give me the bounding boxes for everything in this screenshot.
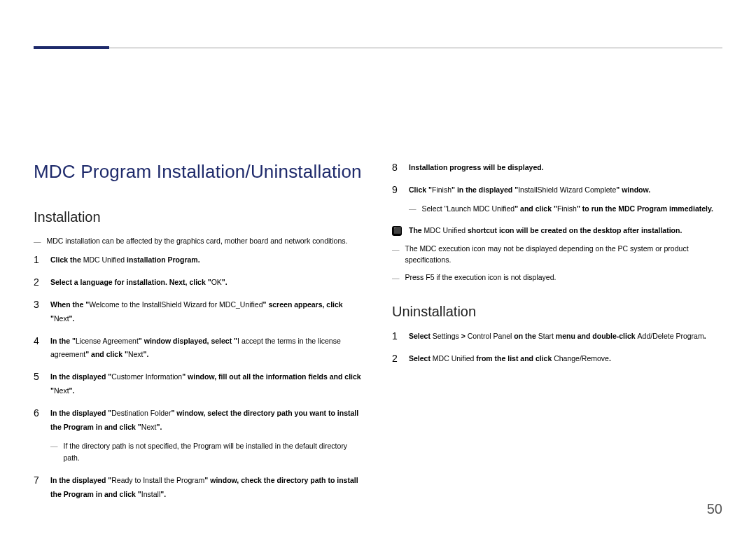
step-number: 6 [34,407,42,465]
step-item: 3 When the "Welcome to the InstallShield… [34,298,364,326]
step-item: 2 Select a language for installation. Ne… [34,276,364,290]
step-body: In the displayed "Customer Information" … [50,370,364,398]
page-title: MDC Program Installation/Uninstallation [34,161,364,183]
post-note: ― Press F5 if the execution icon is not … [392,272,722,284]
header-accent-bar [34,46,109,49]
dash-icon: ― [34,235,41,248]
content-area: MDC Program Installation/Uninstallation … [34,161,722,510]
header-rule [34,48,722,48]
step-body: Select MDC Unified from the list and cli… [409,352,722,366]
step-number: 4 [34,335,42,363]
installation-note: ― MDC installation can be affected by th… [34,235,364,248]
uninstallation-steps: 1 Select Settings > Control Panel on the… [392,330,722,366]
step-body: In the displayed "Ready to Install the P… [50,474,364,502]
shortcut-note-text: The MDC Unified shortcut icon will be cr… [409,225,682,237]
step-item: 9 Click "Finish" in the displayed "Insta… [392,183,722,216]
right-column: 8 Installation progress will be displaye… [392,161,722,510]
uninstallation-heading: Uninstallation [392,304,722,320]
step-body: Click the MDC Unified installation Progr… [50,253,364,267]
step-number: 2 [392,352,400,366]
step-body: Select Settings > Control Panel on the S… [409,330,722,344]
installation-steps: 1 Click the MDC Unified installation Pro… [34,253,364,502]
subnote-text: If the directory path is not specified, … [64,440,365,464]
step-number: 7 [34,474,42,502]
step-number: 2 [34,276,42,290]
step-item: 7 In the displayed "Ready to Install the… [34,474,364,502]
dash-icon: ― [392,243,400,267]
info-disk-icon: ⬛ [392,226,402,236]
step-number: 1 [392,330,400,344]
step-body: Click "Finish" in the displayed "Install… [409,183,722,216]
step-subnote: ― Select "Launch MDC Unified" and click … [409,203,722,215]
post-note-text: The MDC execution icon may not be displa… [405,243,723,267]
step-number: 8 [392,161,400,175]
step-body: In the displayed "Destination Folder" wi… [50,407,364,465]
step-item: 4 In the "License Agreement" window disp… [34,335,364,363]
step-number: 1 [34,253,42,267]
shortcut-icon-note: ⬛ The MDC Unified shortcut icon will be … [392,225,722,237]
step-body: Select a language for installation. Next… [50,276,364,290]
post-install-notes: ― The MDC execution icon may not be disp… [392,243,722,284]
dash-icon: ― [392,272,400,284]
step-number: 5 [34,370,42,398]
step-body: Installation progress will be displayed. [409,161,722,175]
post-note-text: Press F5 if the execution icon is not di… [405,272,556,284]
dash-icon: ― [409,203,416,215]
step-item: 5 In the displayed "Customer Information… [34,370,364,398]
dash-icon: ― [50,440,58,464]
subnote-text: Select "Launch MDC Unified" and click "F… [422,203,713,215]
step-body: In the "License Agreement" window displa… [50,335,364,363]
post-note: ― The MDC execution icon may not be disp… [392,243,722,267]
step-item: 6 In the displayed "Destination Folder" … [34,407,364,465]
step-number: 9 [392,183,400,216]
step-number: 3 [34,298,42,326]
installation-heading: Installation [34,209,364,225]
step-item: 1 Select Settings > Control Panel on the… [392,330,722,344]
page-number: 50 [707,501,722,517]
step-item: 8 Installation progress will be displaye… [392,161,722,175]
note-text: MDC installation can be affected by the … [47,235,348,248]
step-item: 2 Select MDC Unified from the list and c… [392,352,722,366]
step-item: 1 Click the MDC Unified installation Pro… [34,253,364,267]
left-column: MDC Program Installation/Uninstallation … [34,161,364,510]
step-body: When the "Welcome to the InstallShield W… [50,298,364,326]
step-subnote: ― If the directory path is not specified… [50,440,364,464]
installation-steps-continued: 8 Installation progress will be displaye… [392,161,722,216]
